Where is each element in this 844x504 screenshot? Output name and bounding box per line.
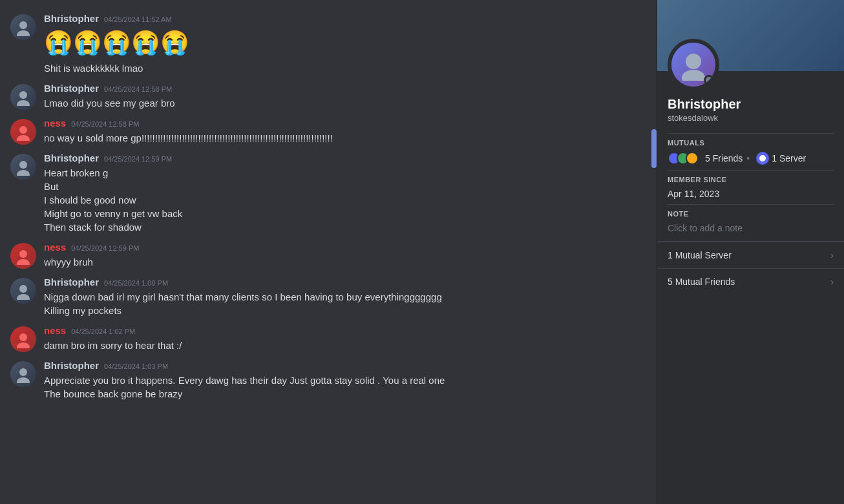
svg-point-13 (17, 342, 30, 348)
message-line: whyyy bruh (44, 255, 646, 269)
separator: • (746, 153, 750, 163)
mutual-avatar-3 (686, 152, 699, 165)
svg-point-0 (19, 21, 27, 29)
scroll-indicator (651, 129, 657, 168)
svg-point-7 (17, 170, 30, 176)
svg-point-10 (19, 285, 27, 293)
member-since-label: MEMBER SINCE (668, 176, 834, 184)
avatar (10, 119, 36, 145)
mutuals-row: 5 Friends • 1 Server (668, 152, 834, 165)
mutuals-label: MUTUALS (668, 139, 834, 147)
message-text: whyyy bruh (44, 255, 646, 269)
timestamp: 04/25/2024 1:00 PM (104, 279, 168, 287)
message-line: Heart broken g (44, 166, 646, 180)
message-text: no way u sold more gp!!!!!!!!!!!!!!!!!!!… (44, 131, 646, 145)
svg-point-2 (19, 91, 27, 99)
message-content: ness04/25/2024 1:02 PMdamn bro im sorry … (44, 325, 646, 352)
message-group: ness04/25/2024 12:58 PMno way u sold mor… (0, 115, 657, 147)
divider-1 (668, 133, 834, 134)
message-group: Bhristopher04/25/2024 1:03 PMAppreciate … (0, 357, 657, 403)
svg-point-3 (17, 100, 30, 106)
message-line: Then stack for shadow (44, 220, 646, 234)
svg-point-18 (759, 155, 766, 162)
message-text: 😭😭😭😭😭Shit is wackkkkkk lmao (44, 26, 646, 75)
svg-point-15 (17, 377, 30, 383)
avatar (10, 326, 36, 352)
message-group: Bhristopher04/25/2024 12:59 PMHeart brok… (0, 150, 657, 236)
message-content: Bhristopher04/25/2024 12:59 PMHeart brok… (44, 152, 646, 234)
server-count: 1 Server (772, 153, 806, 163)
note-input[interactable]: Click to add a note (668, 223, 834, 233)
svg-point-17 (682, 70, 705, 81)
username: Bhristopher (44, 13, 99, 24)
mutual-friends-label: 5 Mutual Friends (668, 277, 735, 287)
svg-point-4 (19, 126, 27, 134)
server-icon (756, 152, 769, 165)
message-header: Bhristopher04/25/2024 12:59 PM (44, 152, 646, 163)
message-header: Bhristopher04/25/2024 1:00 PM (44, 277, 646, 288)
avatar (10, 243, 36, 269)
messages-container: Bhristopher04/25/2024 11:52 AM😭😭😭😭😭Shit … (0, 10, 657, 406)
message-line: Shit is wackkkkkk lmao (44, 61, 646, 75)
svg-point-8 (19, 250, 27, 258)
timestamp: 04/25/2024 11:52 AM (104, 16, 172, 23)
message-text: Lmao did you see my gear bro (44, 96, 646, 110)
profile-avatar-container (668, 39, 719, 90)
username: ness (44, 325, 66, 336)
avatar (10, 84, 36, 110)
avatar (10, 154, 36, 180)
message-text: Heart broken gButI should be good nowMig… (44, 166, 646, 234)
mutual-avatars (668, 152, 695, 165)
message-content: Bhristopher04/25/2024 11:52 AM😭😭😭😭😭Shit … (44, 13, 646, 75)
message-group: ness04/25/2024 12:59 PMwhyyy bruh (0, 239, 657, 271)
message-content: Bhristopher04/25/2024 12:58 PMLmao did y… (44, 83, 646, 110)
message-text: Nigga down bad irl my girl hasn't that m… (44, 290, 646, 317)
message-group: Bhristopher04/25/2024 11:52 AM😭😭😭😭😭Shit … (0, 10, 657, 78)
chat-area[interactable]: Bhristopher04/25/2024 11:52 AM😭😭😭😭😭Shit … (0, 0, 657, 504)
username: Bhristopher (44, 277, 99, 288)
chevron-right-icon-2: › (830, 277, 834, 287)
username: Bhristopher (44, 152, 99, 163)
chevron-right-icon: › (830, 250, 834, 260)
svg-point-14 (19, 368, 27, 376)
message-header: Bhristopher04/25/2024 1:03 PM (44, 360, 646, 371)
message-line: Lmao did you see my gear bro (44, 96, 646, 110)
friends-count: 5 Friends (705, 153, 743, 163)
right-sidebar: Bhristopher stokesdalowk MUTUALS 5 Frien… (657, 0, 844, 504)
message-header: Bhristopher04/25/2024 12:58 PM (44, 83, 646, 94)
svg-point-6 (19, 161, 27, 169)
message-content: Bhristopher04/25/2024 1:03 PMAppreciate … (44, 360, 646, 401)
username: ness (44, 242, 66, 253)
message-line: But (44, 180, 646, 193)
timestamp: 04/25/2024 1:03 PM (104, 362, 168, 370)
avatar (10, 278, 36, 304)
mutual-servers-label: 1 Mutual Server (668, 250, 732, 260)
message-header: ness04/25/2024 12:58 PM (44, 118, 646, 129)
message-content: ness04/25/2024 12:59 PMwhyyy bruh (44, 242, 646, 269)
divider-3 (668, 204, 834, 205)
timestamp: 04/25/2024 12:58 PM (71, 120, 139, 128)
emoji-row: 😭😭😭😭😭 (44, 26, 646, 59)
timestamp: 04/25/2024 12:58 PM (104, 85, 172, 93)
profile-avatar (668, 39, 719, 90)
mutual-servers-button[interactable]: 1 Mutual Server › (657, 242, 844, 268)
svg-point-5 (17, 135, 30, 141)
message-content: Bhristopher04/25/2024 1:00 PMNigga down … (44, 277, 646, 317)
timestamp: 04/25/2024 1:02 PM (71, 328, 135, 335)
message-line: Killing my pockets (44, 304, 646, 317)
message-group: Bhristopher04/25/2024 1:00 PMNigga down … (0, 274, 657, 320)
message-line: Nigga down bad irl my girl hasn't that m… (44, 290, 646, 304)
svg-point-16 (686, 54, 701, 69)
mutual-friends-button[interactable]: 5 Mutual Friends › (657, 268, 844, 295)
message-line: Appreciate you bro it happens. Every daw… (44, 373, 646, 387)
profile-info: Bhristopher stokesdalowk MUTUALS 5 Frien… (657, 71, 844, 241)
member-since-date: Apr 11, 2023 (668, 189, 834, 199)
message-group: Bhristopher04/25/2024 12:58 PMLmao did y… (0, 80, 657, 112)
message-line: Might go to venny n get vw back (44, 207, 646, 220)
avatar (10, 14, 36, 40)
timestamp: 04/25/2024 12:59 PM (104, 155, 172, 163)
message-line: I should be good now (44, 193, 646, 207)
profile-name: Bhristopher (668, 97, 834, 112)
username: ness (44, 118, 66, 129)
status-dot (704, 75, 714, 85)
